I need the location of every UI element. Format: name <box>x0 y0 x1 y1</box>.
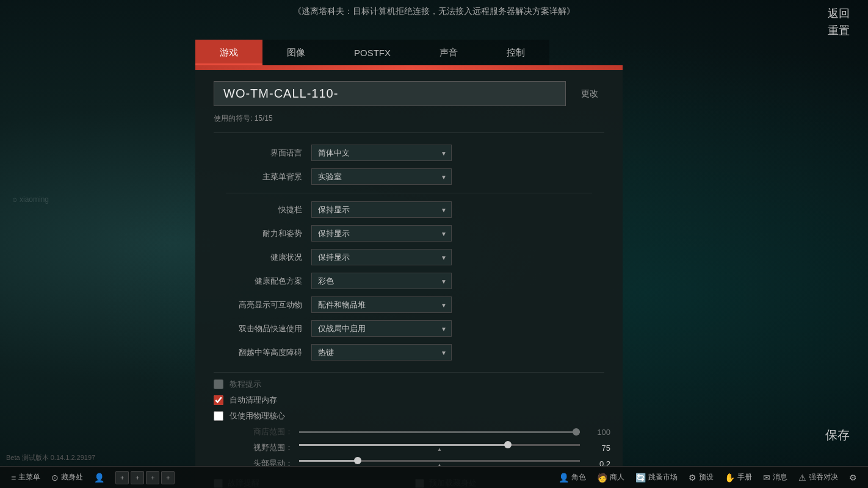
trader-icon: 🧑 <box>597 473 607 483</box>
slider-headbob[interactable] <box>299 460 580 462</box>
setting-control-stamina: 保持显示 自动隐藏 关闭 ▼ <box>311 225 604 242</box>
autoclean-label: 自动清理内存 <box>230 395 277 406</box>
back-button[interactable]: 返回 <box>828 6 850 21</box>
slider-value-store: 100 <box>586 428 610 437</box>
top-right-actions: 返回 重置 <box>828 6 850 38</box>
setting-row-background: 主菜单背景 实验室 工厂 海关 ▼ <box>208 165 610 188</box>
select-highlight[interactable]: 配件和物品堆 所有物品 关闭 <box>311 296 452 313</box>
tab-graphics[interactable]: 图像 <box>262 40 330 65</box>
setting-control-quickslot: 保持显示 自动隐藏 关闭 ▼ <box>311 201 604 218</box>
slider-track-store <box>299 431 580 433</box>
dropdown-stamina[interactable]: 保持显示 自动隐藏 关闭 ▼ <box>311 225 452 242</box>
save-button[interactable]: 保存 <box>825 427 850 443</box>
physics-label: 仅使用物理核心 <box>230 411 285 422</box>
taskbar-settings[interactable]: ⚙ <box>844 470 862 485</box>
mini-btn-1[interactable]: + <box>115 471 129 484</box>
taskbar-preset[interactable]: ⚙ 预设 <box>684 470 718 485</box>
taskbar-message-label: 消息 <box>773 472 787 483</box>
slider-value-fov: 75 <box>586 443 610 453</box>
taskbar-stash-label: 藏身处 <box>61 472 83 483</box>
checkbox-row-tutorial: 教程提示 <box>195 376 623 392</box>
taskbar-stash[interactable]: ⊙ 藏身处 <box>46 470 88 485</box>
dropdown-background[interactable]: 实验室 工厂 海关 ▼ <box>311 168 452 185</box>
tab-controls[interactable]: 控制 <box>482 40 549 65</box>
select-doubleclick[interactable]: 仅战局中启用 始终启用 关闭 <box>311 320 452 337</box>
taskbar-profile[interactable]: 👤 <box>89 470 109 485</box>
menu-icon: ≡ <box>11 473 16 483</box>
taskbar-flea[interactable]: 🔄 跳蚤市场 <box>631 470 682 485</box>
reset-button[interactable]: 重置 <box>828 23 850 38</box>
setting-control-health: 保持显示 自动隐藏 关闭 ▼ <box>311 249 604 265</box>
settings-grid: 界面语言 简体中文 English Русский ▼ 主菜单背景 <box>195 137 623 368</box>
select-language[interactable]: 简体中文 English Русский <box>311 145 452 161</box>
select-vault[interactable]: 热键 始终 关闭 <box>311 344 452 361</box>
setting-control-highlight: 配件和物品堆 所有物品 关闭 ▼ <box>311 296 604 313</box>
setting-label-vault: 翻越中等高度障碍 <box>214 347 311 358</box>
setting-control-vault: 热键 始终 关闭 ▼ <box>311 344 604 361</box>
profile-icon: 👤 <box>94 473 104 483</box>
setting-row-stamina: 耐力和姿势 保持显示 自动隐藏 关闭 ▼ <box>208 222 610 245</box>
taskbar-main-menu[interactable]: ≡ 主菜单 <box>6 470 45 485</box>
slider-row-store: 商店范围： 100 <box>195 424 623 440</box>
stash-icon: ⊙ <box>51 473 59 483</box>
settings-panel: 游戏 图像 POSTFX 声音 控制 更改 使用的符号: 15/15 界面语言 … <box>195 40 623 488</box>
select-stamina[interactable]: 保持显示 自动隐藏 关闭 <box>311 225 452 242</box>
setting-row-doubleclick: 双击物品快速使用 仅战局中启用 始终启用 关闭 ▼ <box>208 317 610 340</box>
mini-btn-4[interactable]: + <box>161 471 175 484</box>
select-background[interactable]: 实验室 工厂 海关 <box>311 168 452 185</box>
select-health-color[interactable]: 彩色 黑白 <box>311 273 452 289</box>
dropdown-health[interactable]: 保持显示 自动隐藏 关闭 ▼ <box>311 249 452 265</box>
checkbox-row-autoclean: 自动清理内存 <box>195 392 623 408</box>
select-health[interactable]: 保持显示 自动隐藏 关闭 <box>311 249 452 265</box>
setting-label-background: 主菜单背景 <box>214 171 311 182</box>
taskbar-preset-label: 预设 <box>699 472 714 483</box>
setting-label-stamina: 耐力和姿势 <box>214 228 311 239</box>
dropdown-language[interactable]: 简体中文 English Русский ▼ <box>311 145 452 161</box>
mini-btn-2[interactable]: + <box>131 471 144 484</box>
preset-icon: ⚙ <box>689 473 696 483</box>
tab-audio[interactable]: 声音 <box>415 40 482 65</box>
dropdown-quickslot[interactable]: 保持显示 自动隐藏 关闭 ▼ <box>311 201 452 218</box>
character-icon: 👤 <box>559 473 569 483</box>
taskbar-mini-buttons: + + + + <box>115 471 175 484</box>
taskbar-handbook[interactable]: ✋ 手册 <box>720 470 757 485</box>
flea-icon: 🔄 <box>635 473 646 483</box>
setting-row-quickslot: 快捷栏 保持显示 自动隐藏 关闭 ▼ <box>208 198 610 221</box>
setting-control-language: 简体中文 English Русский ▼ <box>311 145 604 161</box>
dropdown-vault[interactable]: 热键 始终 关闭 ▼ <box>311 344 452 361</box>
taskbar-trader[interactable]: 🧑 商人 <box>592 470 629 485</box>
taskbar-right: 👤 角色 🧑 商人 🔄 跳蚤市场 ⚙ 预设 ✋ 手册 ✉ 消息 ⚠ 强吞对决 ⚙ <box>554 470 862 485</box>
slider-label-store: 商店范围： <box>214 426 293 437</box>
taskbar-handbook-label: 手册 <box>737 472 752 483</box>
settings-icon: ⚙ <box>849 473 857 483</box>
username-input[interactable] <box>214 81 566 106</box>
setting-row-vault: 翻越中等高度障碍 热键 始终 关闭 ▼ <box>208 341 610 364</box>
select-quickslot[interactable]: 保持显示 自动隐藏 关闭 <box>311 201 452 218</box>
taskbar-trader-label: 商人 <box>610 472 624 483</box>
slider-fov[interactable] <box>299 444 580 446</box>
divider-3 <box>214 372 604 373</box>
tutorial-checkbox[interactable] <box>214 379 223 389</box>
physics-checkbox[interactable] <box>214 411 223 421</box>
taskbar-message[interactable]: ✉ 消息 <box>758 470 792 485</box>
dropdown-doubleclick[interactable]: 仅战局中启用 始终启用 关闭 ▼ <box>311 320 452 337</box>
tab-game[interactable]: 游戏 <box>195 40 262 65</box>
watermark: ⊙xiaoming <box>12 195 49 204</box>
taskbar-character[interactable]: 👤 角色 <box>554 470 591 485</box>
taskbar-left: ≡ 主菜单 ⊙ 藏身处 👤 <box>6 470 109 485</box>
setting-row-highlight: 高亮显示可互动物 配件和物品堆 所有物品 关闭 ▼ <box>208 293 610 316</box>
taskbar-battle[interactable]: ⚠ 强吞对决 <box>794 470 843 485</box>
mini-btn-3[interactable]: + <box>146 471 159 484</box>
setting-label-language: 界面语言 <box>214 148 311 159</box>
taskbar-battle-label: 强吞对决 <box>809 472 838 483</box>
slider-track-fov: ▲ <box>299 444 580 452</box>
setting-label-health-color: 健康配色方案 <box>214 276 311 287</box>
setting-control-doubleclick: 仅战局中启用 始终启用 关闭 ▼ <box>311 320 604 337</box>
autoclean-checkbox[interactable] <box>214 395 223 405</box>
dropdown-highlight[interactable]: 配件和物品堆 所有物品 关闭 ▼ <box>311 296 452 313</box>
tab-postfx[interactable]: POSTFX <box>330 40 415 65</box>
dropdown-health-color[interactable]: 彩色 黑白 ▼ <box>311 273 452 289</box>
setting-row-health: 健康状况 保持显示 自动隐藏 关闭 ▼ <box>208 246 610 268</box>
change-username-button[interactable]: 更改 <box>575 85 604 102</box>
setting-control-background: 实验室 工厂 海关 ▼ <box>311 168 604 185</box>
